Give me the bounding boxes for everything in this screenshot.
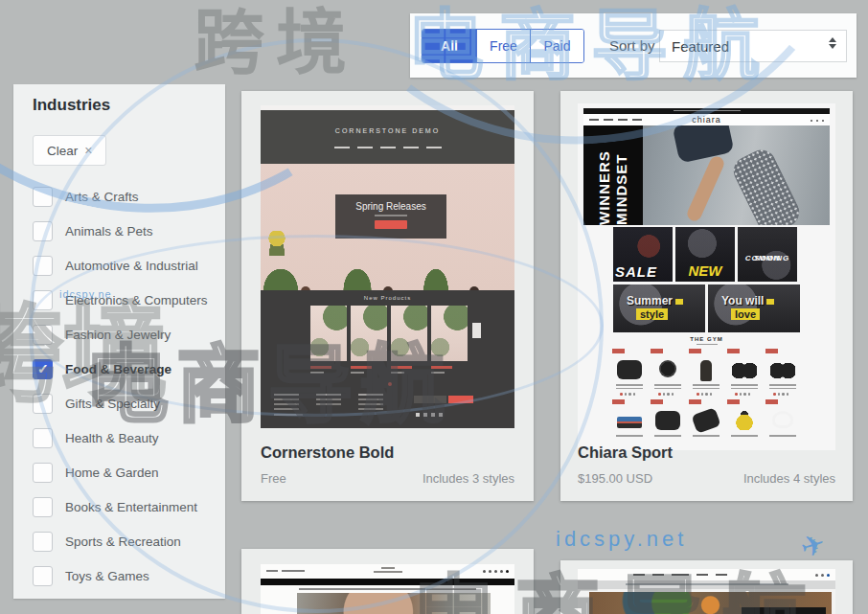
decor-dark-box xyxy=(742,607,826,614)
preview-promo-tiles: SALE NEW COMMINGSOON xyxy=(613,227,797,282)
industry-row-gifts-specialty[interactable]: Gifts & Specialty xyxy=(33,392,210,415)
decor-social-icons xyxy=(416,413,443,417)
theme-preview-image xyxy=(261,564,514,614)
preview-announcement-bar xyxy=(578,580,835,589)
sort-select[interactable]: Featured xyxy=(659,30,847,62)
theme-card-partial-right[interactable] xyxy=(560,560,853,614)
decor-header-icons xyxy=(483,570,509,573)
promo-tile-sale: SALE xyxy=(613,227,673,282)
decor-subtitle-line xyxy=(375,215,407,216)
checkbox[interactable] xyxy=(33,256,53,276)
industries-filter-panel: Industries Clear × Arts & Crafts Animals… xyxy=(13,84,225,599)
promo-tile-new: NEW xyxy=(675,227,735,282)
checkbox[interactable] xyxy=(33,187,53,207)
filter-all-button[interactable]: All xyxy=(423,30,476,62)
decor-newsletter-input xyxy=(414,396,446,403)
checkbox[interactable] xyxy=(33,428,53,448)
select-stepper[interactable] xyxy=(829,37,836,49)
decor-plant xyxy=(341,265,374,290)
close-icon: × xyxy=(84,143,92,158)
industries-title: Industries xyxy=(33,96,110,115)
theme-preview-image: chiara WINNERS MINDSET SALE NEW COMMINGS… xyxy=(578,103,835,450)
decor-plant xyxy=(261,265,301,290)
industry-row-food-beverage[interactable]: Food & Beverage xyxy=(33,357,210,380)
preview-section-title: THE GYM xyxy=(578,336,835,345)
decor-subnav-line xyxy=(299,588,476,590)
theme-meta-row: $195.00 USD Includes 4 styles xyxy=(578,471,835,486)
industry-label: Food & Beverage xyxy=(65,362,171,376)
price-filter-segmented-control: All Free Paid xyxy=(422,29,584,63)
checkbox[interactable] xyxy=(33,394,53,414)
preview-nav-decoration xyxy=(266,570,305,572)
decor-header-icons xyxy=(815,574,830,577)
sort-by-label: Sort by xyxy=(609,37,655,54)
checkbox[interactable] xyxy=(33,325,53,345)
industry-row-fashion-jewelry[interactable]: Fashion & Jewelry xyxy=(33,323,210,346)
filter-toolbar: All Free Paid Sort by Featured xyxy=(410,13,857,78)
decor-runner-shape xyxy=(728,145,804,225)
preview-section-title: New Products xyxy=(261,295,514,301)
industry-row-animals-pets[interactable]: Animals & Pets xyxy=(33,219,210,242)
watermark-site-url: idcspy.net xyxy=(556,527,687,552)
clear-filters-button[interactable]: Clear × xyxy=(33,135,106,166)
filter-paid-button[interactable]: Paid xyxy=(530,30,583,62)
decor-runner-shape xyxy=(672,125,734,164)
preview-hero-heading: Spring Releases xyxy=(335,201,446,212)
decor-footer-links xyxy=(316,394,341,408)
decor-flowers xyxy=(266,231,287,256)
checkbox[interactable] xyxy=(33,566,53,586)
preview-store-name: CORNERSTONE DEMO xyxy=(261,127,514,134)
industry-row-arts-crafts[interactable]: Arts & Crafts xyxy=(33,185,210,208)
preview-cta-button xyxy=(375,220,407,229)
checkbox[interactable] xyxy=(33,497,53,517)
theme-title[interactable]: Cornerstone Bold xyxy=(261,443,394,462)
industry-row-toys-games[interactable]: Toys & Games xyxy=(33,564,210,587)
industry-row-electronics-computers[interactable]: Electronics & Computers xyxy=(33,288,210,311)
decor-subscribe-button xyxy=(448,396,473,403)
decor-product-thumb xyxy=(391,306,427,361)
sort-select-value: Featured xyxy=(672,38,729,55)
decor-footer-links xyxy=(274,394,299,413)
theme-styles-note: Includes 4 styles xyxy=(743,471,835,486)
decor-logo-lines xyxy=(374,567,402,575)
preview-header: chiara xyxy=(583,114,830,125)
industry-row-sports-recreation[interactable]: Sports & Recreation xyxy=(33,530,210,553)
industry-label: Health & Beauty xyxy=(65,431,159,445)
industry-label: Gifts & Specialty xyxy=(65,397,160,411)
promo-tile-coming-soon: COMMINGSOON xyxy=(738,227,797,282)
decor-runner-shape xyxy=(685,154,726,223)
theme-store-page: All Free Paid Sort by Featured Industrie… xyxy=(0,0,868,614)
checkbox[interactable] xyxy=(33,463,53,483)
watermark-text: 跨境 xyxy=(194,0,358,87)
theme-title[interactable]: Chiara Sport xyxy=(578,443,673,462)
preview-hero-image xyxy=(297,593,491,614)
decor-product xyxy=(610,349,649,399)
decor-product xyxy=(687,399,725,450)
decor-product-thumb xyxy=(310,306,347,361)
industry-label: Sports & Recreation xyxy=(65,534,181,549)
hero-word: MINDSET xyxy=(614,127,629,225)
banner-you-will-love: You will love xyxy=(708,284,800,332)
industry-label: Arts & Crafts xyxy=(65,190,139,204)
industry-row-home-garden[interactable]: Home & Garden xyxy=(33,461,210,484)
industry-label: Animals & Pets xyxy=(65,224,153,239)
theme-card-chiara-sport[interactable]: chiara WINNERS MINDSET SALE NEW COMMINGS… xyxy=(560,91,853,501)
checkbox-checked[interactable] xyxy=(33,359,53,379)
chevron-up-icon xyxy=(829,37,836,42)
theme-meta-row: Free Includes 3 styles xyxy=(261,471,514,486)
theme-card-cornerstone-bold[interactable]: CORNERSTONE DEMO Spring Releases New Pro… xyxy=(241,91,534,501)
banner-summer-style: Summer style xyxy=(613,284,705,332)
industry-row-health-beauty[interactable]: Health & Beauty xyxy=(33,426,210,449)
checkbox[interactable] xyxy=(33,532,53,552)
theme-card-partial-left[interactable] xyxy=(241,549,534,614)
industry-label: Books & Entertainment xyxy=(65,500,197,514)
checkbox[interactable] xyxy=(33,290,53,310)
industry-label: Fashion & Jewelry xyxy=(65,328,171,342)
theme-styles-note: Includes 3 styles xyxy=(423,471,514,486)
decor-header-icons xyxy=(811,120,824,122)
industry-row-automotive-industrial[interactable]: Automotive & Industrial xyxy=(33,254,210,277)
filter-free-button[interactable]: Free xyxy=(476,30,530,62)
airplane-icon: ✈ xyxy=(796,526,830,565)
industry-row-books-entertainment[interactable]: Books & Entertainment xyxy=(33,495,210,518)
checkbox[interactable] xyxy=(33,221,53,241)
